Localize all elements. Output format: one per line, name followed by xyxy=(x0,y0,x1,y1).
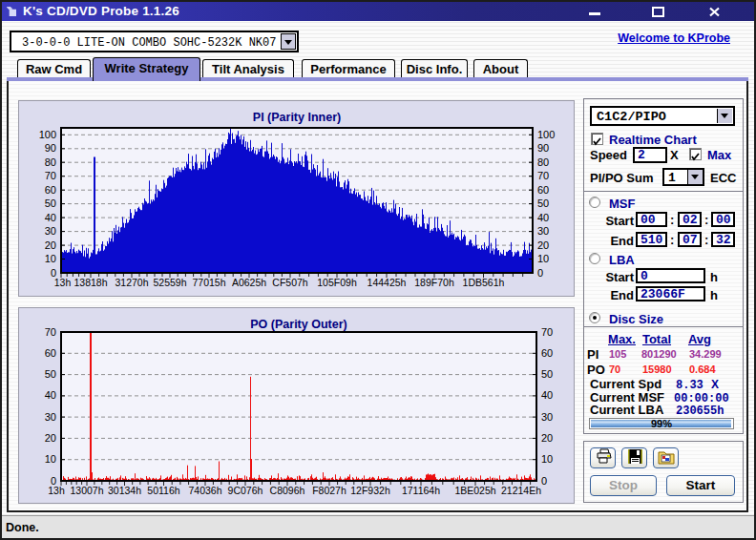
svg-text:1BE025h: 1BE025h xyxy=(454,485,495,496)
svg-text:13h: 13h xyxy=(54,277,72,288)
svg-text:30: 30 xyxy=(45,411,56,423)
svg-text:100: 100 xyxy=(537,129,555,140)
svg-text:70: 70 xyxy=(45,326,56,338)
svg-text:70: 70 xyxy=(541,326,553,338)
svg-text:13h: 13h xyxy=(48,485,65,496)
svg-text:189F70h: 189F70h xyxy=(414,277,454,288)
svg-text:40: 40 xyxy=(45,389,56,401)
svg-text:10: 10 xyxy=(537,253,549,264)
svg-text:13818h: 13818h xyxy=(74,277,107,288)
svg-text:PI (Parity Inner): PI (Parity Inner) xyxy=(253,111,341,124)
svg-text:30: 30 xyxy=(537,225,549,237)
svg-text:20: 20 xyxy=(541,432,553,444)
svg-text:70: 70 xyxy=(537,170,549,181)
svg-text:50: 50 xyxy=(45,197,56,209)
svg-text:52559h: 52559h xyxy=(153,277,186,288)
svg-text:1DB561h: 1DB561h xyxy=(463,277,505,288)
svg-text:60: 60 xyxy=(541,347,553,359)
svg-text:13007h: 13007h xyxy=(70,485,103,496)
svg-text:50116h: 50116h xyxy=(147,485,179,496)
svg-text:100: 100 xyxy=(39,129,56,140)
svg-text:12F932h: 12F932h xyxy=(350,485,390,496)
svg-text:30: 30 xyxy=(45,225,56,237)
svg-text:80: 80 xyxy=(537,156,549,168)
svg-text:60: 60 xyxy=(45,184,56,196)
svg-text:90: 90 xyxy=(45,142,56,154)
svg-text:C8096h: C8096h xyxy=(270,485,305,496)
svg-text:40: 40 xyxy=(45,212,56,223)
svg-text:80: 80 xyxy=(45,156,56,168)
svg-text:74036h: 74036h xyxy=(188,485,221,496)
svg-text:CF507h: CF507h xyxy=(272,277,308,288)
svg-text:105F09h: 105F09h xyxy=(317,277,357,288)
svg-text:60: 60 xyxy=(45,347,56,359)
svg-text:50: 50 xyxy=(541,368,553,380)
svg-text:40: 40 xyxy=(537,212,549,223)
svg-text:90: 90 xyxy=(537,142,549,154)
svg-text:50: 50 xyxy=(45,368,56,380)
svg-text:30: 30 xyxy=(541,411,553,423)
svg-text:20: 20 xyxy=(45,239,56,251)
svg-text:10: 10 xyxy=(45,453,56,465)
svg-text:60: 60 xyxy=(537,184,549,196)
svg-text:77015h: 77015h xyxy=(192,277,225,288)
svg-text:40: 40 xyxy=(541,389,553,401)
svg-text:10: 10 xyxy=(541,453,553,465)
svg-text:20: 20 xyxy=(537,239,549,251)
svg-text:20: 20 xyxy=(45,432,56,444)
svg-text:A0625h: A0625h xyxy=(232,277,266,288)
svg-text:21214Eh: 21214Eh xyxy=(501,485,541,496)
svg-text:171164h: 171164h xyxy=(402,485,440,496)
svg-text:PO (Parity Outer): PO (Parity Outer) xyxy=(250,318,346,331)
svg-text:F8027h: F8027h xyxy=(312,485,346,496)
svg-text:0: 0 xyxy=(541,475,547,487)
svg-text:30134h: 30134h xyxy=(108,485,141,496)
svg-text:50: 50 xyxy=(537,197,549,209)
svg-text:31270h: 31270h xyxy=(115,277,148,288)
svg-text:144425h: 144425h xyxy=(368,277,407,288)
svg-text:10: 10 xyxy=(45,253,56,264)
svg-text:0: 0 xyxy=(537,267,543,279)
svg-text:9C076h: 9C076h xyxy=(228,485,263,496)
svg-text:70: 70 xyxy=(45,170,56,181)
